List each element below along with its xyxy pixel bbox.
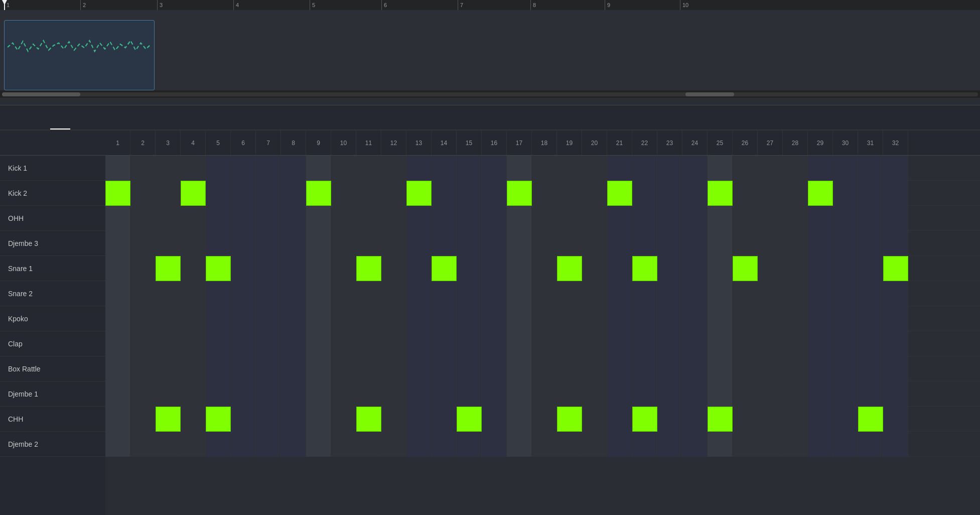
grid-cell-r4-c24[interactable]: [682, 256, 708, 281]
grid-cell-r9-c26[interactable]: [733, 381, 758, 407]
grid-cell-r10-c12[interactable]: [381, 407, 406, 432]
grid-cell-r7-c21[interactable]: [607, 331, 632, 356]
grid-cell-r9-c12[interactable]: [381, 381, 406, 407]
grid-cell-r1-c19[interactable]: [557, 181, 582, 206]
grid-cell-r9-c9[interactable]: [306, 381, 331, 407]
grid-cell-r2-c21[interactable]: [607, 206, 632, 231]
grid-cell-r9-c8[interactable]: [281, 381, 306, 407]
grid-cell-r0-c30[interactable]: [833, 156, 858, 181]
grid-cell-r2-c8[interactable]: [281, 206, 306, 231]
grid-cell-r9-c20[interactable]: [582, 381, 607, 407]
grid-cell-r8-c8[interactable]: [281, 356, 306, 381]
grid-cell-r4-c29[interactable]: [808, 256, 833, 281]
grid-cell-r8-c25[interactable]: [708, 356, 733, 381]
grid-cell-r3-c2[interactable]: [130, 231, 156, 256]
grid-cell-r2-c4[interactable]: [181, 206, 206, 231]
grid-cell-r9-c29[interactable]: [808, 381, 833, 407]
grid-row-chh[interactable]: [105, 407, 980, 432]
grid-cell-r2-c23[interactable]: [657, 206, 682, 231]
grid-cell-r11-c12[interactable]: [381, 432, 406, 457]
grid-cell-r8-c14[interactable]: [432, 356, 457, 381]
grid-cell-r9-c24[interactable]: [682, 381, 708, 407]
grid-cell-r2-c7[interactable]: [256, 206, 281, 231]
grid-cell-r7-c28[interactable]: [783, 331, 808, 356]
grid-cell-r9-c17[interactable]: [507, 381, 532, 407]
grid-row-djembe-3[interactable]: [105, 231, 980, 256]
timeline-ruler[interactable]: 12345678910: [0, 0, 980, 10]
grid-cell-r3-c18[interactable]: [532, 231, 557, 256]
grid-cell-r7-c3[interactable]: [156, 331, 181, 356]
grid-cell-r4-c18[interactable]: [532, 256, 557, 281]
grid-cell-r10-c16[interactable]: [482, 407, 507, 432]
grid-cell-r7-c4[interactable]: [181, 331, 206, 356]
grid-cell-r1-c28[interactable]: [783, 181, 808, 206]
grid-cell-r11-c4[interactable]: [181, 432, 206, 457]
grid-cell-r1-c14[interactable]: [432, 181, 457, 206]
grid-cell-r1-c16[interactable]: [482, 181, 507, 206]
grid-cell-r1-c12[interactable]: [381, 181, 406, 206]
grid-cell-r5-c16[interactable]: [482, 281, 507, 306]
grid-cell-r5-c1[interactable]: [105, 281, 130, 306]
grid-cell-r4-c32[interactable]: [883, 256, 908, 281]
grid-cell-r11-c32[interactable]: [883, 432, 908, 457]
grid-cell-r7-c24[interactable]: [682, 331, 708, 356]
grid-cell-r8-c2[interactable]: [130, 356, 156, 381]
grid-cell-r11-c29[interactable]: [808, 432, 833, 457]
grid-cell-r0-c27[interactable]: [758, 156, 783, 181]
grid-cell-r9-c15[interactable]: [457, 381, 482, 407]
grid-row-djembe-1[interactable]: [105, 381, 980, 407]
grid-cell-r6-c2[interactable]: [130, 306, 156, 331]
grid-cell-r2-c30[interactable]: [833, 206, 858, 231]
grid-cell-r10-c9[interactable]: [306, 407, 331, 432]
grid-cell-r0-c24[interactable]: [682, 156, 708, 181]
grid-cell-r1-c13[interactable]: [406, 181, 432, 206]
tab-note-editor[interactable]: [10, 105, 30, 130]
grid-cell-r7-c19[interactable]: [557, 331, 582, 356]
tab-drum-editor[interactable]: [50, 105, 70, 130]
grid-cell-r4-c2[interactable]: [130, 256, 156, 281]
grid-cell-r10-c26[interactable]: [733, 407, 758, 432]
grid-cell-r4-c5[interactable]: [206, 256, 231, 281]
grid-cell-r2-c32[interactable]: [883, 206, 908, 231]
grid-cell-r3-c12[interactable]: [381, 231, 406, 256]
grid-cell-r11-c6[interactable]: [231, 432, 256, 457]
grid-cell-r4-c8[interactable]: [281, 256, 306, 281]
grid-cell-r6-c4[interactable]: [181, 306, 206, 331]
grid-cell-r9-c23[interactable]: [657, 381, 682, 407]
grid-cell-r8-c17[interactable]: [507, 356, 532, 381]
grid-cell-r2-c25[interactable]: [708, 206, 733, 231]
grid-cell-r4-c20[interactable]: [582, 256, 607, 281]
grid-cell-r2-c12[interactable]: [381, 206, 406, 231]
grid-cell-r4-c10[interactable]: [331, 256, 356, 281]
grid-row-kpoko[interactable]: [105, 306, 980, 331]
grid-cell-r7-c14[interactable]: [432, 331, 457, 356]
grid-cell-r7-c25[interactable]: [708, 331, 733, 356]
grid-cell-r0-c15[interactable]: [457, 156, 482, 181]
grid-cell-r6-c17[interactable]: [507, 306, 532, 331]
grid-rows[interactable]: [105, 156, 980, 515]
grid-cell-r2-c20[interactable]: [582, 206, 607, 231]
grid-cell-r5-c25[interactable]: [708, 281, 733, 306]
grid-cell-r2-c16[interactable]: [482, 206, 507, 231]
grid-cell-r10-c4[interactable]: [181, 407, 206, 432]
grid-cell-r10-c29[interactable]: [808, 407, 833, 432]
grid-cell-r0-c25[interactable]: [708, 156, 733, 181]
grid-cell-r2-c31[interactable]: [858, 206, 883, 231]
grid-cell-r3-c32[interactable]: [883, 231, 908, 256]
grid-cell-r9-c10[interactable]: [331, 381, 356, 407]
grid-cell-r11-c19[interactable]: [557, 432, 582, 457]
grid-cell-r5-c15[interactable]: [457, 281, 482, 306]
grid-cell-r11-c31[interactable]: [858, 432, 883, 457]
grid-cell-r11-c2[interactable]: [130, 432, 156, 457]
grid-cell-r0-c23[interactable]: [657, 156, 682, 181]
grid-cell-r9-c22[interactable]: [632, 381, 657, 407]
grid-cell-r11-c24[interactable]: [682, 432, 708, 457]
grid-cell-r9-c2[interactable]: [130, 381, 156, 407]
horizontal-scrollbar[interactable]: [0, 90, 980, 98]
grid-cell-r5-c4[interactable]: [181, 281, 206, 306]
grid-cell-r7-c16[interactable]: [482, 331, 507, 356]
grid-cell-r1-c2[interactable]: [130, 181, 156, 206]
grid-row-kick-1[interactable]: [105, 156, 980, 181]
grid-cell-r4-c25[interactable]: [708, 256, 733, 281]
grid-cell-r7-c22[interactable]: [632, 331, 657, 356]
